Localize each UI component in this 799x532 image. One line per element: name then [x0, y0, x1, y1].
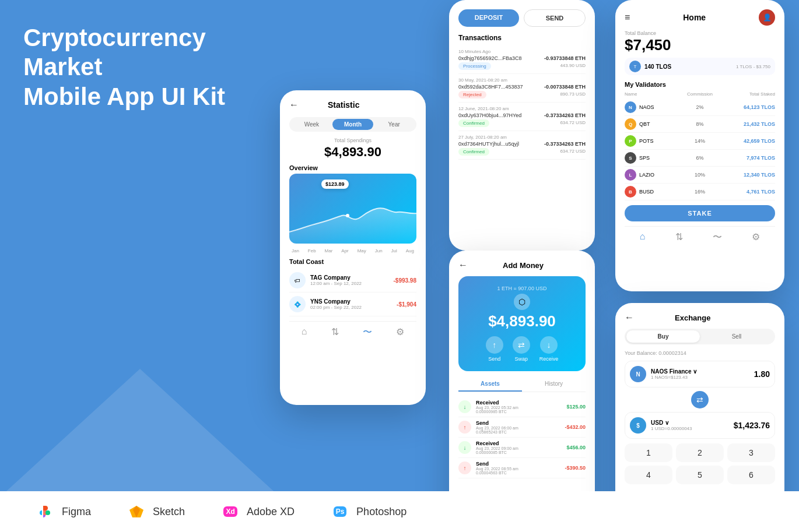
tx-usd-1: 890.73 USD	[560, 91, 586, 97]
user-avatar[interactable]: 👤	[759, 9, 775, 26]
tab-week[interactable]: Week	[291, 119, 332, 130]
tab-sell[interactable]: Sell	[700, 330, 773, 343]
validator-row-4: L LAZIO 10% 12,340 TLOS	[625, 167, 775, 184]
action-receive[interactable]: ↓ Receive	[539, 336, 559, 362]
tx-item-2: 12 June, 2021-08:20 am 0xdUy637H0bju4...…	[458, 103, 586, 131]
validator-name-2: POTS	[639, 138, 654, 144]
screen3-tabs: Assets History	[458, 377, 586, 392]
to-coin-amount: $1,423.76	[734, 421, 770, 430]
num-btn-6[interactable]: 6	[727, 466, 775, 484]
s3-tx-type-3: Send	[476, 461, 560, 467]
s3-tx-date-3: Aug 23, 2022 08:55 am	[476, 467, 560, 471]
nav-activity-icon[interactable]: 〜	[363, 326, 372, 339]
tab-year[interactable]: Year	[373, 119, 415, 130]
tlos-row: T 140 TLOS 1 TLOS - $3.750	[625, 58, 775, 75]
tool-photoshop: Ps Photoshop	[330, 501, 406, 522]
screen5-balance-label: Your Balance: 0.00002314	[625, 350, 775, 356]
screen1-chart: $123.89	[289, 174, 416, 244]
tool-figma: Figma	[35, 501, 91, 522]
screen1-back-icon[interactable]: ←	[289, 100, 299, 110]
receive-arrow-icon: ↓	[540, 336, 558, 354]
screen2-action-btns: DEPOSIT SEND	[458, 9, 586, 27]
send-button[interactable]: SEND	[524, 9, 586, 27]
tx-usd-2: 634.72 USD	[560, 120, 586, 125]
xd-icon: Xd	[220, 501, 241, 522]
deposit-button[interactable]: DEPOSIT	[458, 9, 519, 27]
s3-tx-type-0: Received	[476, 400, 562, 406]
validator-name-4: LAZIO	[639, 172, 654, 178]
tx-time-1: 30 May, 2021-08:20 am	[458, 77, 586, 83]
photoshop-label: Photoshop	[356, 506, 406, 518]
stake-button[interactable]: STAKE	[625, 205, 775, 221]
nav4-activity-icon[interactable]: 〜	[713, 231, 722, 244]
menu-icon[interactable]: ≡	[625, 12, 630, 23]
screen-transactions: DEPOSIT SEND Transactions 10 Minutes Ago…	[449, 0, 595, 251]
sketch-label: Sketch	[153, 506, 185, 518]
validator-staked-4: 12,340 TLOS	[715, 172, 775, 178]
xd-label: Adobe XD	[247, 506, 295, 518]
tx-hash-2: 0xdUy637H0bju4...97HYed	[458, 112, 521, 118]
tx-item-3: 27 July, 2021-08:20 am 0xd7364HUTYjhul..…	[458, 131, 586, 160]
tab-assets[interactable]: Assets	[458, 377, 522, 392]
tx-badge-1: Rejected	[458, 91, 486, 98]
to-coin-icon: $	[630, 417, 646, 434]
validator-row-5: B BUSD 16% 4,761 TLOS	[625, 184, 775, 200]
tab-month[interactable]: Month	[332, 119, 374, 130]
action-swap[interactable]: ⇄ Swap	[513, 336, 530, 362]
eth-amount: $4,893.90	[468, 312, 576, 330]
validator-icon-0: N	[625, 101, 636, 113]
tag-company-date: 12:00 am - Sep 12, 2022	[310, 281, 389, 286]
swap-button[interactable]: ⇄	[691, 391, 709, 408]
eth-rate: 1 ETH = 907.00 USD	[468, 286, 576, 291]
s3-tx-amount-2: $456.00	[566, 445, 586, 450]
action-send-label: Send	[488, 356, 500, 362]
screen5-title: Exchange	[675, 313, 710, 322]
tx-usd-0: 443.90 USD	[560, 63, 586, 68]
num-btn-1[interactable]: 1	[625, 443, 672, 462]
from-coin-name: NAOS Finance ∨	[651, 368, 749, 375]
num-btn-3[interactable]: 3	[727, 443, 775, 462]
screen1-nav: ⌂ ⇅ 〜 ⚙	[289, 321, 416, 341]
s3-tx-type-2: Received	[476, 441, 562, 446]
validators-table-header: Name Commission Total Staked	[625, 90, 775, 98]
num-btn-2[interactable]: 2	[676, 443, 724, 462]
nav-home-icon[interactable]: ⌂	[302, 326, 307, 339]
tx-badge-0: Processing	[458, 62, 491, 70]
balance-label: Total Balance	[625, 30, 775, 36]
num-btn-4[interactable]: 4	[625, 466, 672, 484]
validators-title: My Validators	[625, 81, 775, 88]
screen3-title: Add Money	[503, 261, 544, 270]
tx-hash-3: 0xd7364HUTYjhul...u5qyjl	[458, 141, 519, 147]
nav4-home-icon[interactable]: ⌂	[640, 231, 646, 244]
figma-icon	[35, 501, 56, 522]
tx-hash-0: 0xdhjg7656592C...FBa3C8	[458, 55, 522, 61]
tlos-amount: 140 TLOS	[644, 64, 733, 70]
to-coin-rate: 1 USD=0.00000043	[651, 426, 729, 431]
nav-settings-icon[interactable]: ⚙	[396, 326, 404, 339]
screen3-back-icon[interactable]: ←	[458, 260, 468, 270]
nav-transfer-icon[interactable]: ⇅	[331, 326, 339, 339]
validator-name-1: QBT	[639, 121, 650, 127]
th-commission: Commission	[685, 91, 715, 97]
s3-tx-1: ↑ Send Aug 23, 2022 06:00 am 0.05865243 …	[458, 417, 586, 438]
tx-amount-3: -0.37334263 ETH	[544, 141, 586, 147]
num-btn-5[interactable]: 5	[676, 466, 724, 484]
screen5-tabs: Buy Sell	[625, 329, 775, 344]
validator-row-1: Q QBT 8% 21,432 TLOS	[625, 116, 775, 133]
validator-row-0: N NAOS 2% 64,123 TLOS	[625, 99, 775, 116]
chart-tooltip: $123.89	[321, 179, 349, 189]
screen4-nav: ⌂ ⇅ 〜 ⚙	[625, 226, 775, 246]
action-send[interactable]: ↑ Send	[486, 336, 503, 362]
tab-buy[interactable]: Buy	[626, 330, 700, 343]
validator-staked-0: 64,123 TLOS	[715, 104, 775, 110]
cost-item-yns: 💠 YNS Company 02:00 pm - Sep 22, 2022 -$…	[289, 293, 416, 316]
tab-history[interactable]: History	[522, 377, 586, 392]
screen-statistic: ← Statistic Week Month Year Total Spendi…	[280, 90, 426, 405]
received-icon-0: ↓	[458, 400, 471, 413]
s3-tx-btc-1: 0.05865243 BTC	[476, 430, 560, 434]
screen5-back-icon[interactable]: ←	[625, 312, 634, 323]
validator-icon-1: Q	[625, 118, 636, 130]
nav4-settings-icon[interactable]: ⚙	[752, 231, 760, 244]
tx-time-0: 10 Minutes Ago	[458, 49, 586, 54]
nav4-transfer-icon[interactable]: ⇅	[675, 231, 683, 244]
